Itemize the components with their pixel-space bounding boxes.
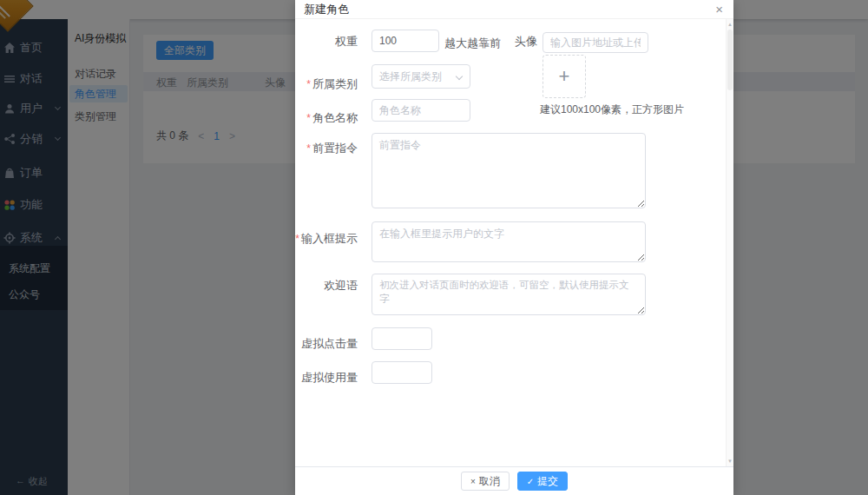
- scroll-up-icon[interactable]: ▲: [727, 22, 733, 27]
- category-select-placeholder: 选择所属类别: [379, 69, 442, 84]
- virtual-usage-label: 虚拟使用量: [295, 370, 358, 386]
- new-role-dialog: 新建角色 × 权重 越大越靠前 头像 + 建议100x100像素，正方形图片 *…: [295, 0, 733, 495]
- plus-icon: +: [559, 65, 570, 88]
- scroll-down-icon[interactable]: ▼: [727, 459, 733, 464]
- weight-label: 权重: [295, 34, 358, 50]
- avatar-hint: 建议100x100像素，正方形图片: [540, 102, 684, 117]
- category-select[interactable]: 选择所属类别: [372, 64, 470, 89]
- role-name-label: *角色名称: [295, 110, 358, 126]
- chevron-down-icon: [456, 73, 463, 80]
- dialog-title: 新建角色: [304, 2, 349, 17]
- required-mark: *: [306, 112, 311, 124]
- pre-instruction-textarea[interactable]: [372, 133, 646, 208]
- required-mark: *: [306, 142, 311, 155]
- scrollbar-thumb[interactable]: [727, 30, 733, 90]
- pre-instruction-label: *前置指令: [295, 141, 358, 156]
- dialog-scrollbar[interactable]: ▲ ▼: [726, 19, 733, 466]
- cancel-button[interactable]: × 取消: [461, 472, 510, 491]
- close-icon: ×: [470, 477, 476, 486]
- avatar-label: 头像: [492, 34, 537, 50]
- virtual-clicks-label: 虚拟点击量: [295, 336, 358, 352]
- input-hint-label: *输入框提示: [295, 231, 358, 247]
- dialog-body: 权重 越大越靠前 头像 + 建议100x100像素，正方形图片 *所属类别 选择…: [295, 19, 733, 466]
- app-root: 首页 对话 用户 分销 订单 功能 系统 系统配置: [0, 0, 868, 495]
- input-hint-textarea[interactable]: [372, 221, 646, 262]
- virtual-usage-input[interactable]: [372, 361, 432, 384]
- check-icon: ✓: [527, 477, 534, 486]
- welcome-label: 欢迎语: [295, 278, 358, 294]
- required-mark: *: [306, 78, 311, 90]
- role-name-input[interactable]: [372, 99, 470, 122]
- virtual-clicks-input[interactable]: [372, 327, 432, 350]
- close-icon[interactable]: ×: [715, 1, 723, 18]
- submit-button[interactable]: ✓ 提交: [517, 472, 568, 491]
- weight-input[interactable]: [372, 30, 439, 52]
- dialog-footer: × 取消 ✓ 提交: [295, 466, 733, 495]
- welcome-textarea[interactable]: [372, 274, 646, 315]
- required-mark: *: [295, 233, 299, 245]
- avatar-upload-button[interactable]: +: [542, 55, 586, 98]
- category-label: *所属类别: [295, 76, 358, 92]
- dialog-header: 新建角色 ×: [295, 0, 733, 19]
- avatar-url-input[interactable]: [542, 32, 648, 53]
